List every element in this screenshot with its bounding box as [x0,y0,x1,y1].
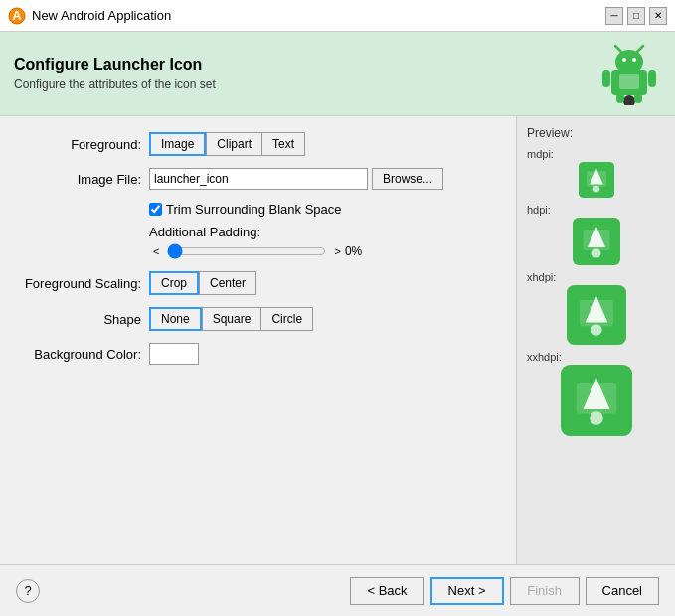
svg-point-5 [622,58,626,62]
image-file-label: Image File: [20,172,149,187]
scaling-button-group: Crop Center [149,271,256,295]
browse-button[interactable]: Browse... [372,168,443,190]
minimize-button[interactable]: ─ [605,7,623,25]
svg-rect-10 [648,70,656,87]
header-title: Configure Launcher Icon [14,56,216,74]
additional-padding-label: Additional Padding: [20,225,496,239]
background-color-row: Background Color: [20,343,496,365]
preview-mdpi-label: mdpi: [527,148,554,160]
main-content: Foreground: Image Clipart Text Image Fil… [0,116,675,564]
svg-line-8 [637,46,643,52]
slider-value: 0% [345,244,375,258]
svg-point-6 [632,58,636,62]
foreground-scaling-row: Foreground Scaling: Crop Center [20,271,496,295]
svg-point-29 [590,411,603,425]
preview-label: Preview: [527,126,573,140]
cancel-button[interactable]: Cancel [586,577,659,605]
slider-row: < > 0% [20,243,496,259]
shape-button-group: None Square Circle [149,307,313,331]
header-text: Configure Launcher Icon Configure the at… [14,56,216,91]
footer-right: < Back Next > Finish Cancel [350,577,659,605]
slider-right-arrow: > [330,245,344,257]
header-subtitle: Configure the attributes of the icon set [14,77,216,91]
svg-rect-13 [619,74,639,89]
padding-slider[interactable] [167,243,326,259]
title-bar-left: A New Android Application [8,7,171,25]
help-button[interactable]: ? [16,579,40,603]
title-bar-controls: ─ □ ✕ [605,7,667,25]
foreground-row: Foreground: Image Clipart Text [20,132,496,156]
maximize-button[interactable]: □ [627,7,645,25]
foreground-label: Foreground: [20,137,149,152]
svg-line-7 [615,46,621,52]
svg-rect-11 [616,93,624,103]
foreground-tab-group: Image Clipart Text [149,132,305,156]
shape-square-button[interactable]: Square [202,307,261,331]
footer-left: ? [16,579,40,603]
background-color-label: Background Color: [20,347,149,362]
svg-rect-9 [602,70,610,87]
close-button[interactable]: ✕ [649,7,667,25]
shape-circle-button[interactable]: Circle [260,307,313,331]
svg-point-25 [591,324,601,335]
svg-point-17 [592,186,599,193]
right-panel: Preview: mdpi: hdpi: [516,116,675,564]
image-file-input[interactable] [149,168,368,190]
preview-mdpi-icon [579,162,614,198]
image-file-row: Image File: Browse... [20,168,496,190]
next-button[interactable]: Next > [430,577,504,605]
preview-xhdpi-item: xhdpi: [527,271,665,345]
preview-hdpi-icon [573,218,620,265]
preview-hdpi-label: hdpi: [527,204,551,216]
finish-button[interactable]: Finish [510,577,580,605]
foreground-scaling-label: Foreground Scaling: [20,276,149,291]
svg-point-21 [591,249,600,258]
preview-xhdpi-label: xhdpi: [527,271,556,283]
trim-checkbox[interactable] [149,203,162,216]
preview-hdpi-item: hdpi: [527,204,665,265]
trim-label: Trim Surrounding Blank Space [166,202,342,217]
preview-xhdpi-icon [567,285,626,345]
header-section: Configure Launcher Icon Configure the at… [0,32,675,116]
footer: ? < Back Next > Finish Cancel [0,564,675,616]
shape-label: Shape [20,312,149,327]
shape-none-button[interactable]: None [149,307,202,331]
svg-rect-12 [634,93,642,103]
preview-xxhdpi-item: xxhdpi: [527,351,665,436]
slider-left-arrow[interactable]: < [149,245,163,257]
tab-text[interactable]: Text [261,132,305,156]
svg-text:A: A [12,8,22,23]
android-logo [597,42,661,105]
app-icon: A [8,7,26,25]
shape-row: Shape None Square Circle [20,307,496,331]
left-panel: Foreground: Image Clipart Text Image Fil… [0,116,516,564]
background-color-swatch[interactable] [149,343,199,365]
scaling-center-button[interactable]: Center [199,271,256,295]
preview-mdpi-item: mdpi: [527,148,665,198]
preview-xxhdpi-label: xxhdpi: [527,351,562,363]
tab-image[interactable]: Image [149,132,206,156]
window-title: New Android Application [32,8,171,23]
svg-point-4 [615,50,643,74]
tab-clipart[interactable]: Clipart [206,132,261,156]
scaling-crop-button[interactable]: Crop [149,271,199,295]
back-button[interactable]: < Back [350,577,423,605]
trim-row: Trim Surrounding Blank Space [20,202,496,217]
svg-point-2 [623,95,635,105]
preview-xxhdpi-icon [561,365,632,436]
title-bar: A New Android Application ─ □ ✕ [0,0,675,32]
